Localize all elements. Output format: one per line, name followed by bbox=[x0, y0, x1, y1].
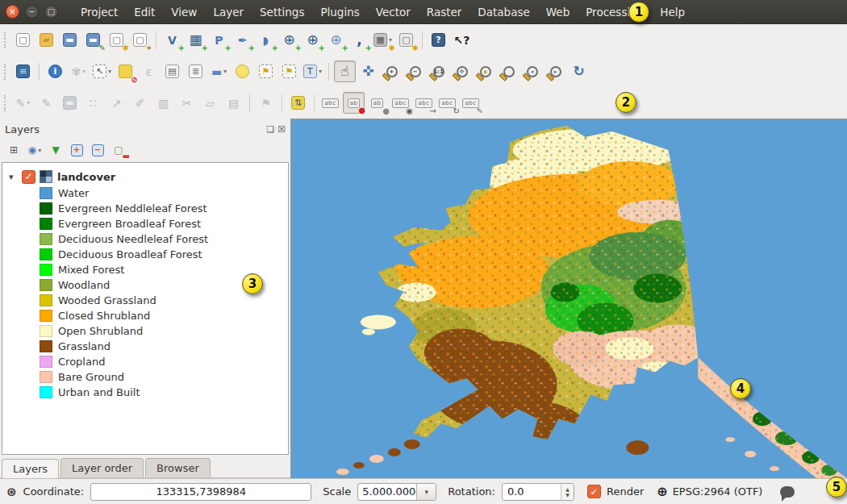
legend-item[interactable]: Open Shrubland bbox=[2, 323, 288, 339]
pan-map-button[interactable]: ☝ bbox=[334, 60, 356, 82]
zoom-next-button[interactable]: ▸ bbox=[544, 60, 566, 82]
show-bookmarks-button[interactable]: ⚑ bbox=[278, 60, 300, 82]
add-raster-layer-button[interactable]: ▦+ bbox=[185, 29, 207, 51]
grass-toolset-button[interactable]: ▦✱▾ bbox=[372, 29, 394, 51]
zoom-out-button[interactable]: − bbox=[404, 60, 426, 82]
crs-status[interactable]: EPSG:2964 (OTF) bbox=[673, 485, 763, 498]
spinner-arrows-icon[interactable]: ▲▼ bbox=[561, 484, 574, 500]
menu-database[interactable]: Database bbox=[469, 2, 537, 23]
statistical-summary-button[interactable]: ≣ bbox=[185, 60, 207, 82]
add-wfs-layer-button[interactable]: ⊕+ bbox=[325, 29, 347, 51]
tab-layer-order[interactable]: Layer order bbox=[60, 458, 144, 477]
whats-this-button[interactable]: ↖? bbox=[451, 29, 473, 51]
measure-button[interactable]: ▬▾ bbox=[208, 60, 230, 82]
map-tips-button[interactable] bbox=[232, 60, 253, 82]
open-project-button[interactable]: ▰ bbox=[35, 29, 57, 51]
menu-view[interactable]: View bbox=[163, 2, 205, 23]
new-project-button[interactable]: ▢ bbox=[12, 29, 34, 51]
render-checkbox[interactable]: ✓ bbox=[587, 485, 601, 498]
expand-collapse-icon[interactable]: ▾ bbox=[9, 172, 22, 182]
label-change-button[interactable]: abc✎ bbox=[460, 92, 482, 114]
add-mssql-layer-button[interactable]: ◗+ bbox=[255, 29, 277, 51]
attribute-table-button[interactable]: ▤ bbox=[161, 60, 183, 82]
add-group-button[interactable]: ⊞ bbox=[4, 141, 23, 159]
legend-item[interactable]: Closed Shrubland bbox=[2, 308, 288, 323]
add-delimited-text-layer-button[interactable]: ,+ bbox=[348, 29, 370, 51]
legend-item[interactable]: Deciduous Needleleaf Forest bbox=[2, 231, 288, 247]
label-pin-button[interactable]: ab● bbox=[343, 92, 365, 114]
layer-visibility-checkbox[interactable]: ✓ bbox=[22, 170, 35, 184]
tab-browser[interactable]: Browser bbox=[145, 458, 211, 477]
add-wms-layer-button[interactable]: ⊕+ bbox=[278, 29, 300, 51]
legend-item[interactable]: Cropland bbox=[2, 354, 288, 369]
scale-combo[interactable]: 5.000.000 ▾ bbox=[357, 483, 436, 501]
refresh-button[interactable]: ↻ bbox=[568, 60, 590, 82]
label-move-button[interactable]: abc→ bbox=[413, 92, 435, 114]
menu-layer[interactable]: Layer bbox=[205, 2, 252, 23]
label-button[interactable]: abc bbox=[319, 92, 341, 114]
menu-help[interactable]: Help bbox=[652, 2, 693, 23]
legend-item[interactable]: Deciduous Broadleaf Forest bbox=[2, 247, 288, 262]
filter-legend-button[interactable]: ▼ bbox=[46, 141, 65, 159]
expand-all-button[interactable]: + bbox=[67, 141, 86, 159]
legend-item[interactable]: Evergreen Neddleleaf Forest bbox=[2, 201, 288, 216]
rotation-spinbox[interactable]: ▲▼ bbox=[502, 483, 574, 501]
add-wcs-layer-button[interactable]: ⊕+ bbox=[302, 29, 323, 51]
menu-vector[interactable]: Vector bbox=[368, 2, 419, 23]
chevron-down-icon[interactable]: ▾ bbox=[416, 484, 436, 500]
menu-edit[interactable]: Edit bbox=[126, 2, 163, 23]
add-spatialite-layer-button[interactable]: ✒+ bbox=[232, 29, 253, 51]
zoom-to-selection-button[interactable]: ▪ bbox=[474, 60, 496, 82]
identify-features-button[interactable]: i bbox=[44, 60, 66, 82]
log-messages-icon[interactable] bbox=[780, 486, 795, 498]
deselect-features-button[interactable]: ⊘ bbox=[115, 60, 136, 82]
close-window-icon[interactable]: × bbox=[6, 5, 19, 19]
layer-item-landcover[interactable]: ▾ ✓ landcover bbox=[2, 168, 288, 185]
legend-item[interactable]: Urban and Built bbox=[2, 385, 288, 400]
legend-item[interactable]: Bare Ground bbox=[2, 369, 288, 385]
menu-settings[interactable]: Settings bbox=[252, 2, 312, 23]
zoom-full-button[interactable]: ✜ bbox=[451, 60, 473, 82]
add-vector-layer-button[interactable]: V+ bbox=[161, 29, 183, 51]
crs-globe-icon[interactable]: ⊕ bbox=[657, 484, 667, 499]
label-show-hidden-button[interactable]: abc◉ bbox=[390, 92, 411, 114]
remove-layer-button[interactable]: ▢▬ bbox=[109, 141, 128, 159]
label-hide-button[interactable]: ab● bbox=[366, 92, 388, 114]
float-panel-icon[interactable]: ❏ bbox=[266, 124, 274, 135]
new-bookmark-button[interactable]: ⚑ bbox=[255, 60, 277, 82]
menu-raster[interactable]: Raster bbox=[419, 2, 470, 23]
close-panel-icon[interactable]: ☒ bbox=[277, 124, 286, 135]
zoom-last-button[interactable]: ◂ bbox=[521, 60, 543, 82]
legend-item[interactable]: Wooded Grassland bbox=[2, 293, 288, 308]
label-rotate-button[interactable]: abc↻ bbox=[436, 92, 458, 114]
menu-web[interactable]: Web bbox=[538, 2, 578, 23]
save-project-button[interactable]: ▬ bbox=[59, 29, 81, 51]
select-features-button[interactable]: ↖▾ bbox=[91, 60, 113, 82]
map-composition-button[interactable]: ▢✱ bbox=[395, 29, 417, 51]
menu-plugins[interactable]: Plugins bbox=[312, 2, 367, 23]
help-contents-button[interactable]: ? bbox=[428, 29, 449, 51]
zoom-in-button[interactable]: + bbox=[381, 60, 403, 82]
pan-to-selection-button[interactable]: ✜ bbox=[357, 60, 379, 82]
legend-item[interactable]: Evergreen Broadleaf Forest bbox=[2, 216, 288, 231]
menu-project[interactable]: Project bbox=[73, 2, 126, 23]
tab-layers[interactable]: Layers bbox=[2, 459, 59, 478]
coordinate-input[interactable] bbox=[90, 483, 311, 501]
save-project-as-button[interactable]: ▬✎ bbox=[82, 29, 104, 51]
collapse-all-button[interactable]: − bbox=[88, 141, 107, 159]
text-annotation-button[interactable]: T▾ bbox=[302, 60, 323, 82]
map-canvas[interactable] bbox=[290, 119, 847, 478]
db-manager-button[interactable]: ≡ bbox=[12, 60, 34, 82]
add-postgis-layer-button[interactable]: P+ bbox=[208, 29, 230, 51]
manage-layer-visibility-button[interactable]: ◉▾ bbox=[25, 141, 44, 159]
maximize-window-icon[interactable]: □ bbox=[44, 5, 58, 19]
legend-item[interactable]: Grassland bbox=[2, 339, 288, 354]
rotation-input[interactable] bbox=[503, 484, 561, 500]
legend-item[interactable]: Water bbox=[2, 185, 288, 201]
minimize-window-icon[interactable]: − bbox=[25, 5, 39, 19]
composer-manager-button[interactable]: ▢✦ bbox=[129, 29, 151, 51]
zoom-native-button[interactable]: 1:1 bbox=[428, 60, 449, 82]
new-composer-button[interactable]: ▢✱ bbox=[106, 29, 127, 51]
offset-point-symbols-button[interactable]: ⇅ bbox=[287, 92, 309, 114]
zoom-to-layer-button[interactable] bbox=[498, 60, 519, 82]
